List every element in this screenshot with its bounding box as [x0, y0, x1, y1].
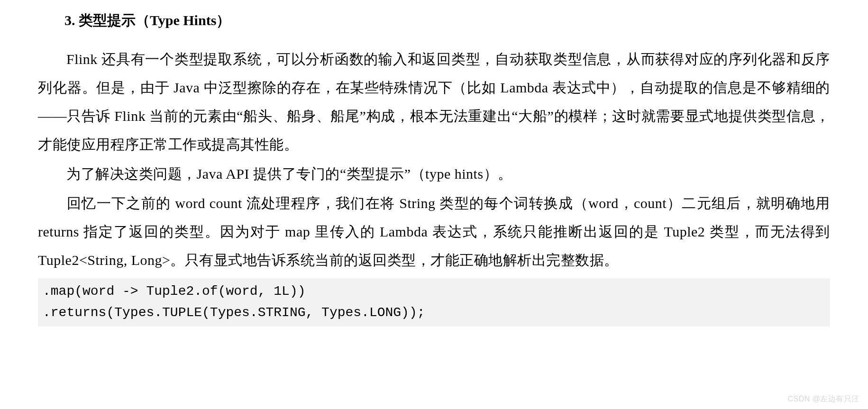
paragraph-3: 回忆一下之前的 word count 流处理程序，我们在将 String 类型的…	[38, 189, 830, 274]
code-block: .map(word -> Tuple2.of(word, 1L)) .retur…	[38, 278, 830, 327]
heading-title-cn: 类型提示	[79, 12, 136, 28]
paragraph-3-text: 回忆一下之前的 word count 流处理程序，我们在将 String 类型的…	[38, 195, 830, 268]
paragraph-1-text: Flink 还具有一个类型提取系统，可以分析函数的输入和返回类型，自动获取类型信…	[38, 51, 830, 152]
paragraph-2: 为了解决这类问题，Java API 提供了专门的“类型提示”（type hint…	[38, 160, 830, 188]
heading-title-en: Type Hints	[150, 12, 216, 28]
heading-number: 3.	[64, 12, 75, 28]
paragraph-1: Flink 还具有一个类型提取系统，可以分析函数的输入和返回类型，自动获取类型信…	[38, 45, 830, 159]
section-heading: 3. 类型提示（Type Hints）	[64, 9, 830, 31]
paragraph-2-text: 为了解决这类问题，Java API 提供了专门的“类型提示”（type hint…	[66, 166, 512, 182]
